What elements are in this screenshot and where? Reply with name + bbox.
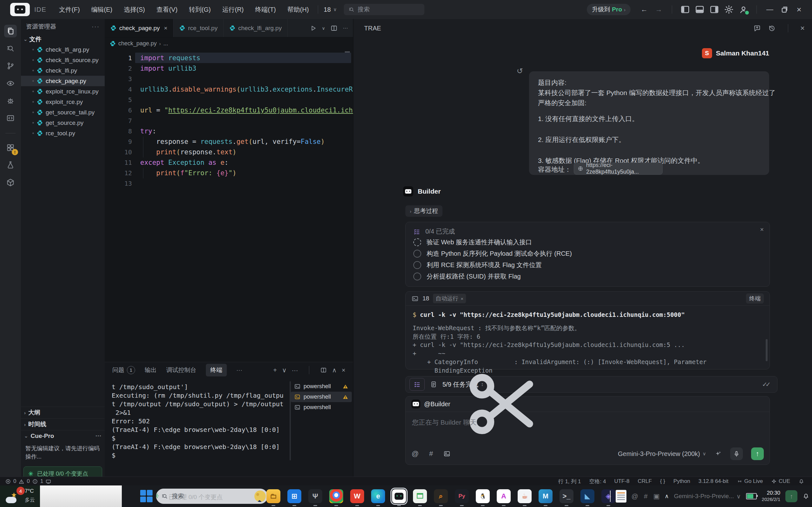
minimize-button[interactable]: — xyxy=(764,4,775,15)
file-item[interactable]: get_source_tail.py xyxy=(21,107,105,118)
panel-more-actions-icon[interactable]: ··· xyxy=(292,367,298,374)
more-actions-icon[interactable]: ··· xyxy=(92,23,100,30)
activity-preview[interactable] xyxy=(4,77,17,90)
chat-input-placeholder[interactable]: 您正在与 Builder 聊天 xyxy=(412,418,476,427)
terminal-dropdown-icon[interactable]: ∨ xyxy=(282,366,287,374)
editor-tab-rce_tool.py[interactable]: rce_tool.py xyxy=(173,19,223,37)
file-item[interactable]: check_lfi.py xyxy=(21,65,105,76)
cue-pro-section[interactable]: ⌄Cue-Pro ··· xyxy=(21,430,105,442)
problems-summary[interactable]: 0 0 1 xyxy=(0,478,51,485)
activity-remote-console[interactable] xyxy=(4,112,17,124)
notepad-tray-icon[interactable] xyxy=(616,490,626,503)
send-button[interactable]: ↑ xyxy=(751,447,764,460)
panel-tab-终端[interactable]: 终端 xyxy=(206,364,227,377)
model-selector[interactable]: Gemini-3-Pro-Preview (200k) ∨ xyxy=(618,450,706,458)
taskbar-app-app-ai[interactable]: A xyxy=(497,489,511,503)
mention-at-icon[interactable]: @ xyxy=(411,450,419,458)
attach-image-icon[interactable] xyxy=(443,450,451,458)
file-item[interactable]: check_lfi_source.py xyxy=(21,55,105,65)
taskbar-app-pycharm[interactable]: Py xyxy=(455,489,469,503)
upgrade-pro-button[interactable]: 升级到 Pro › xyxy=(587,4,630,15)
editor-tab-check_lfi_arg.py[interactable]: check_lfi_arg.py xyxy=(223,19,288,37)
menu-item-0[interactable]: 文件(F) xyxy=(59,5,80,14)
status-item-0[interactable]: 行 1, 列 1 xyxy=(558,478,581,485)
auto-run-chip[interactable]: 自动运行 × xyxy=(433,294,466,303)
activity-extensions[interactable]: ! xyxy=(4,141,17,154)
open-terminal-button[interactable]: 终端 xyxy=(746,293,764,303)
split-editor-icon[interactable] xyxy=(330,24,338,32)
status-item-7[interactable]: Go Live xyxy=(737,478,763,485)
mention-chip[interactable]: @Builder xyxy=(424,400,450,408)
files-section-header[interactable]: ⌄ 文件 xyxy=(21,34,105,44)
taskbar-app-app-dark[interactable]: Ψ xyxy=(308,489,322,503)
editor-tab-check_page.py[interactable]: check_page.py× xyxy=(105,19,173,37)
close-chat-icon[interactable]: × xyxy=(800,24,805,33)
windows-start-button[interactable] xyxy=(140,490,153,503)
todo-item[interactable]: 构造 Python 反序列化 Payload 测试命令执行 (RCE) xyxy=(413,249,572,258)
editor-more-icon[interactable]: ··· xyxy=(343,25,348,31)
activity-tests[interactable] xyxy=(4,159,17,171)
status-item-4[interactable]: { } xyxy=(660,478,665,485)
container-address-link[interactable]: https://eci-2ze8kp4ftu1y5u0ja... xyxy=(574,163,663,175)
todo-item[interactable]: 分析提权路径 (SUID) 并获取 Flag xyxy=(413,272,521,281)
user-avatar[interactable]: S xyxy=(702,48,712,58)
tab-close-icon[interactable]: × xyxy=(164,25,167,32)
todo-item[interactable]: 利用 RCE 探测系统环境及 Flag 文件位置 xyxy=(413,261,542,269)
taskbar-app-qq[interactable]: 🐧 xyxy=(476,489,490,503)
new-chat-icon[interactable] xyxy=(753,24,761,32)
file-item[interactable]: rce_tool.py xyxy=(21,128,105,138)
undo-icon[interactable]: ↺ xyxy=(517,66,523,75)
menu-item-3[interactable]: 查看(V) xyxy=(156,5,177,14)
breadcrumb[interactable]: check_page.py › ... xyxy=(105,38,353,49)
activity-source-control[interactable] xyxy=(4,60,17,72)
auto-run-close-icon[interactable]: × xyxy=(461,296,463,301)
maximize-panel-icon[interactable]: ∧ xyxy=(332,366,337,374)
terminal-output[interactable]: t /tmp/sudo_output']Executing: (rm /tmp/… xyxy=(105,379,290,476)
terminal-session-powershell[interactable]: powershell xyxy=(291,402,352,412)
menu-item-1[interactable]: 编辑(E) xyxy=(91,5,113,14)
taskbar-app-mobaxterm[interactable]: ◣ xyxy=(580,489,595,503)
activity-packages[interactable] xyxy=(4,176,17,189)
history-icon[interactable] xyxy=(768,24,776,32)
status-item-6[interactable]: 3.12.8 64-bit xyxy=(699,478,728,485)
scissors-icon[interactable] xyxy=(454,356,549,452)
context-hash-icon[interactable]: # xyxy=(427,450,435,458)
taskbar-app-microsoft-store[interactable]: ⊞ xyxy=(287,489,301,503)
clock[interactable]: 20:30 2026/2/1 xyxy=(762,490,780,503)
taskbar-search[interactable]: 搜索 已处理 0/0 个变更点 xyxy=(156,489,268,504)
toggle-bottom-panel-icon[interactable] xyxy=(694,4,705,15)
menu-item-4[interactable]: 转到(G) xyxy=(189,5,211,14)
menu-item-7[interactable]: 帮助(H) xyxy=(287,5,309,14)
taskbar-app-everything-search[interactable]: ⌕ xyxy=(434,489,448,503)
file-item[interactable]: check_page.py xyxy=(21,76,105,86)
file-item[interactable]: get_source.py xyxy=(21,118,105,128)
taskbar-app-xshell[interactable]: 🗔 xyxy=(413,489,427,503)
activity-search[interactable] xyxy=(4,42,17,55)
panel-tab-调试控制台[interactable]: 调试控制台 xyxy=(166,366,196,374)
taskbar-app-java[interactable]: ☕ xyxy=(518,489,531,503)
activity-debug[interactable] xyxy=(4,95,17,107)
toggle-right-panel-icon[interactable] xyxy=(709,4,720,15)
panel-more-icon[interactable]: ··· xyxy=(236,367,242,374)
close-button[interactable]: × xyxy=(794,4,804,15)
new-terminal-icon[interactable]: + xyxy=(273,367,277,374)
menu-item-2[interactable]: 选择(S) xyxy=(124,5,145,14)
microphone-button[interactable] xyxy=(730,447,743,460)
notification-bell-icon[interactable] xyxy=(803,493,809,500)
status-item-1[interactable]: 空格: 4 xyxy=(589,478,606,485)
code-editor[interactable]: 1import requests2import urllib334urllib3… xyxy=(105,49,353,361)
taskbar-app-trae[interactable] xyxy=(392,489,406,503)
taskbar-app-app-blue[interactable]: M xyxy=(539,489,553,503)
notification-bell-icon[interactable] xyxy=(798,478,804,485)
chat-input-card[interactable]: @Builder 您正在与 Builder 聊天 @ # Gemini-3-Pr… xyxy=(405,396,770,465)
restore-button[interactable] xyxy=(779,4,790,15)
tasks-checklist-button[interactable] xyxy=(409,378,425,391)
account-avatar[interactable] xyxy=(738,4,749,15)
close-panel-icon[interactable]: × xyxy=(342,367,345,374)
run-button[interactable] xyxy=(309,24,317,32)
file-item[interactable]: exploit_rce_linux.py xyxy=(21,86,105,97)
weather-widget[interactable]: 4 7°C 多云 xyxy=(0,486,40,507)
thinking-process-toggle[interactable]: › 思考过程 xyxy=(405,205,443,217)
panel-tab-问题[interactable]: 问题1 xyxy=(112,366,135,374)
battery-icon[interactable] xyxy=(746,493,757,499)
